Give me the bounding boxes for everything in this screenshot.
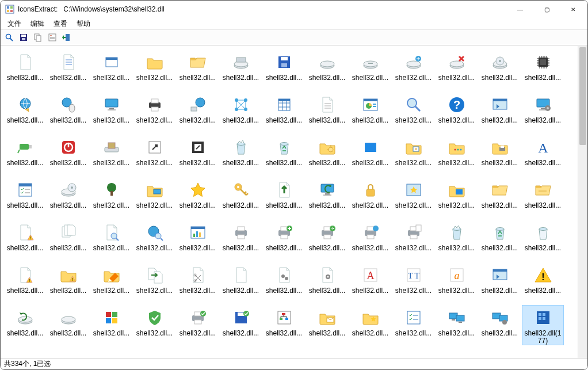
list-item[interactable]: shell32.dll... — [479, 305, 521, 345]
list-item[interactable]: shell32.dll... — [133, 92, 175, 132]
close-button[interactable]: ✕ — [560, 1, 586, 18]
vertical-scrollbar[interactable] — [578, 46, 587, 358]
maximize-button[interactable]: ▢ — [533, 1, 560, 18]
list-item[interactable]: shell32.dll... — [306, 305, 348, 345]
list-item[interactable]: shell32.dll... — [220, 135, 262, 175]
list-item[interactable]: shell32.dll... — [436, 220, 478, 260]
list-item[interactable]: shell32.dll... — [392, 135, 434, 175]
list-item[interactable]: !shell32.dll... — [522, 262, 564, 303]
copy-button[interactable] — [32, 31, 44, 44]
list-item[interactable]: shell32.dll... — [47, 220, 89, 260]
list-item[interactable]: shell32.dll... — [177, 135, 219, 175]
list-item[interactable]: shell32.dll... — [177, 92, 219, 132]
menu-edit[interactable]: 编辑 — [26, 18, 49, 30]
list-item[interactable]: shell32.dll... — [220, 220, 262, 260]
list-item[interactable]: shell32.dll... — [47, 305, 89, 345]
list-item[interactable]: shell32.dll... — [349, 92, 391, 132]
list-item[interactable]: shell32.dll... — [263, 135, 305, 175]
list-item[interactable]: shell32.dll... — [47, 92, 89, 132]
list-item[interactable]: shell32.dll... — [479, 135, 521, 175]
icon-listview[interactable]: shell32.dll...shell32.dll...shell32.dll.… — [1, 46, 578, 358]
list-item[interactable]: shell32.dll... — [263, 262, 305, 303]
list-item[interactable]: shell32.dll(177) — [522, 305, 564, 345]
menu-view[interactable]: 查看 — [49, 18, 72, 30]
list-item[interactable]: shell32.dll... — [436, 305, 478, 345]
list-item[interactable]: shell32.dll... — [133, 177, 175, 218]
list-item[interactable]: !shell32.dll... — [4, 220, 46, 260]
minimize-button[interactable]: — — [507, 1, 533, 18]
list-item[interactable]: Ashell32.dll... — [522, 135, 564, 175]
search-button[interactable] — [3, 31, 16, 44]
list-item[interactable]: shell32.dll... — [349, 135, 391, 175]
titlebar[interactable]: IconsExtract: C:\Windows\system32\shell3… — [1, 1, 587, 18]
scrollbar-thumb[interactable] — [579, 47, 586, 145]
list-item[interactable]: shell32.dll... — [522, 220, 564, 260]
list-item[interactable]: shell32.dll... — [522, 92, 564, 132]
list-item[interactable]: shell32.dll... — [522, 49, 564, 90]
list-item[interactable]: shell32.dll... — [349, 220, 391, 260]
list-item[interactable]: shell32.dll... — [263, 92, 305, 132]
list-item[interactable]: shell32.dll... — [392, 305, 434, 345]
list-item[interactable]: !shell32.dll... — [47, 262, 89, 303]
list-item[interactable]: shell32.dll... — [349, 177, 391, 218]
list-item[interactable]: shell32.dll... — [177, 220, 219, 260]
list-item[interactable]: shell32.dll... — [90, 92, 132, 132]
list-item[interactable]: shell32.dll... — [90, 135, 132, 175]
list-item[interactable]: shell32.dll... — [177, 177, 219, 218]
list-item[interactable]: shell32.dll... — [479, 49, 521, 90]
list-item[interactable]: shell32.dll... — [263, 177, 305, 218]
list-item[interactable]: ?shell32.dll... — [436, 92, 478, 132]
list-item[interactable]: shell32.dll... — [479, 262, 521, 303]
list-item[interactable]: shell32.dll... — [220, 177, 262, 218]
list-item[interactable]: shell32.dll... — [133, 49, 175, 90]
menu-help[interactable]: 帮助 — [72, 18, 95, 30]
list-item[interactable]: shell32.dll... — [90, 220, 132, 260]
list-item[interactable]: shell32.dll... — [4, 49, 46, 90]
save-button[interactable] — [17, 31, 30, 44]
list-item[interactable]: shell32.dll... — [4, 177, 46, 218]
list-item[interactable]: shell32.dll... — [177, 262, 219, 303]
list-item[interactable]: shell32.dll... — [47, 135, 89, 175]
list-item[interactable]: shell32.dll... — [436, 49, 478, 90]
list-item[interactable]: shell32.dll... — [90, 177, 132, 218]
list-item[interactable]: shell32.dll... — [4, 305, 46, 345]
list-item[interactable]: shell32.dll... — [392, 220, 434, 260]
list-item[interactable]: shell32.dll... — [4, 135, 46, 175]
list-item[interactable]: shell32.dll... — [133, 305, 175, 345]
list-item[interactable]: shell32.dll... — [133, 135, 175, 175]
list-item[interactable]: shell32.dll... — [436, 135, 478, 175]
list-item[interactable]: shell32.dll... — [47, 177, 89, 218]
list-item[interactable]: shell32.dll... — [306, 220, 348, 260]
list-item[interactable]: !shell32.dll... — [4, 262, 46, 303]
list-item[interactable]: shell32.dll... — [479, 220, 521, 260]
list-item[interactable]: T Tshell32.dll... — [392, 262, 434, 303]
list-item[interactable]: shell32.dll... — [306, 262, 348, 303]
list-item[interactable]: shell32.dll... — [47, 49, 89, 90]
list-item[interactable]: shell32.dll... — [177, 305, 219, 345]
list-item[interactable]: shell32.dll... — [90, 305, 132, 345]
list-item[interactable]: shell32.dll... — [220, 262, 262, 303]
list-item[interactable]: shell32.dll... — [392, 49, 434, 90]
list-item[interactable]: Ashell32.dll... — [349, 262, 391, 303]
properties-button[interactable] — [46, 31, 59, 44]
list-item[interactable]: shell32.dll... — [392, 177, 434, 218]
list-item[interactable]: ashell32.dll... — [436, 262, 478, 303]
list-item[interactable]: shell32.dll... — [220, 49, 262, 90]
list-item[interactable]: shell32.dll... — [522, 177, 564, 218]
list-item[interactable]: shell32.dll... — [436, 177, 478, 218]
list-item[interactable]: shell32.dll... — [306, 49, 348, 90]
list-item[interactable]: shell32.dll... — [220, 92, 262, 132]
list-item[interactable]: shell32.dll... — [4, 92, 46, 132]
list-item[interactable]: shell32.dll... — [349, 305, 391, 345]
list-item[interactable]: shell32.dll... — [133, 262, 175, 303]
list-item[interactable]: shell32.dll... — [90, 262, 132, 303]
list-item[interactable]: shell32.dll... — [263, 305, 305, 345]
list-item[interactable]: shell32.dll... — [263, 49, 305, 90]
list-item[interactable]: shell32.dll... — [349, 49, 391, 90]
exit-button[interactable] — [60, 31, 73, 44]
list-item[interactable]: shell32.dll... — [392, 92, 434, 132]
list-item[interactable]: shell32.dll... — [306, 92, 348, 132]
list-item[interactable]: shell32.dll... — [479, 92, 521, 132]
list-item[interactable]: shell32.dll... — [306, 177, 348, 218]
list-item[interactable]: shell32.dll... — [263, 220, 305, 260]
